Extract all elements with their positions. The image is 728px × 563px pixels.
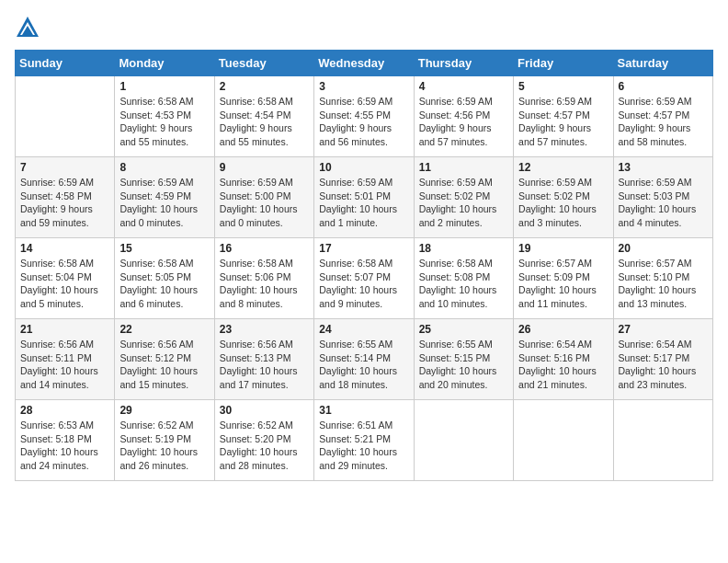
day-number: 12 <box>518 161 608 174</box>
day-number: 8 <box>119 161 209 174</box>
day-info: Sunrise: 6:54 AMSunset: 5:17 PMDaylight:… <box>619 338 708 392</box>
day-number: 3 <box>319 80 408 93</box>
day-number: 13 <box>619 161 708 174</box>
day-number: 11 <box>419 161 508 174</box>
day-number: 5 <box>518 80 608 93</box>
calendar-cell: 2Sunrise: 6:58 AMSunset: 4:54 PMDaylight… <box>214 76 313 157</box>
calendar-cell: 3Sunrise: 6:59 AMSunset: 4:55 PMDaylight… <box>314 76 414 157</box>
day-info: Sunrise: 6:52 AMSunset: 5:20 PMDaylight:… <box>220 419 309 473</box>
header-cell-friday: Friday <box>514 51 613 76</box>
calendar-cell: 19Sunrise: 6:57 AMSunset: 5:09 PMDayligh… <box>514 238 613 319</box>
day-number: 4 <box>419 80 508 93</box>
calendar-table: SundayMondayTuesdayWednesdayThursdayFrid… <box>15 50 713 481</box>
day-number: 20 <box>619 242 708 255</box>
calendar-cell: 11Sunrise: 6:59 AMSunset: 5:02 PMDayligh… <box>414 157 513 238</box>
header-row: SundayMondayTuesdayWednesdayThursdayFrid… <box>16 51 713 76</box>
calendar-header: SundayMondayTuesdayWednesdayThursdayFrid… <box>16 51 713 76</box>
day-info: Sunrise: 6:59 AMSunset: 5:02 PMDaylight:… <box>419 176 508 230</box>
day-number: 15 <box>119 242 209 255</box>
day-info: Sunrise: 6:58 AMSunset: 5:08 PMDaylight:… <box>419 257 508 311</box>
day-number: 30 <box>220 404 309 417</box>
calendar-cell <box>613 400 712 481</box>
day-number: 22 <box>119 323 209 336</box>
header-cell-monday: Monday <box>115 51 214 76</box>
week-row-5: 28Sunrise: 6:53 AMSunset: 5:18 PMDayligh… <box>16 400 713 481</box>
calendar-cell <box>16 76 115 157</box>
day-info: Sunrise: 6:57 AMSunset: 5:09 PMDaylight:… <box>518 257 608 311</box>
calendar-cell: 20Sunrise: 6:57 AMSunset: 5:10 PMDayligh… <box>613 238 712 319</box>
day-info: Sunrise: 6:56 AMSunset: 5:12 PMDaylight:… <box>119 338 209 392</box>
day-info: Sunrise: 6:59 AMSunset: 5:02 PMDaylight:… <box>518 176 608 230</box>
calendar-cell: 5Sunrise: 6:59 AMSunset: 4:57 PMDaylight… <box>514 76 613 157</box>
calendar-cell: 21Sunrise: 6:56 AMSunset: 5:11 PMDayligh… <box>16 319 115 400</box>
day-info: Sunrise: 6:51 AMSunset: 5:21 PMDaylight:… <box>319 419 408 473</box>
day-number: 29 <box>119 404 209 417</box>
day-number: 31 <box>319 404 408 417</box>
day-number: 24 <box>319 323 408 336</box>
day-info: Sunrise: 6:58 AMSunset: 4:53 PMDaylight:… <box>119 95 209 149</box>
header-cell-thursday: Thursday <box>414 51 513 76</box>
day-number: 9 <box>220 161 309 174</box>
calendar-cell: 6Sunrise: 6:59 AMSunset: 4:57 PMDaylight… <box>613 76 712 157</box>
day-info: Sunrise: 6:59 AMSunset: 4:57 PMDaylight:… <box>619 95 708 149</box>
calendar-cell <box>514 400 613 481</box>
day-info: Sunrise: 6:59 AMSunset: 5:00 PMDaylight:… <box>220 176 309 230</box>
day-number: 16 <box>220 242 309 255</box>
calendar-cell: 7Sunrise: 6:59 AMSunset: 4:58 PMDaylight… <box>16 157 115 238</box>
calendar-cell: 10Sunrise: 6:59 AMSunset: 5:01 PMDayligh… <box>314 157 414 238</box>
day-info: Sunrise: 6:59 AMSunset: 5:03 PMDaylight:… <box>619 176 708 230</box>
calendar-cell: 22Sunrise: 6:56 AMSunset: 5:12 PMDayligh… <box>115 319 214 400</box>
day-number: 2 <box>220 80 309 93</box>
day-number: 10 <box>319 161 408 174</box>
day-number: 21 <box>20 323 109 336</box>
day-number: 14 <box>20 242 109 255</box>
day-info: Sunrise: 6:55 AMSunset: 5:14 PMDaylight:… <box>319 338 408 392</box>
day-info: Sunrise: 6:58 AMSunset: 5:07 PMDaylight:… <box>319 257 408 311</box>
day-info: Sunrise: 6:56 AMSunset: 5:11 PMDaylight:… <box>20 338 109 392</box>
week-row-2: 7Sunrise: 6:59 AMSunset: 4:58 PMDaylight… <box>16 157 713 238</box>
day-info: Sunrise: 6:57 AMSunset: 5:10 PMDaylight:… <box>619 257 708 311</box>
week-row-4: 21Sunrise: 6:56 AMSunset: 5:11 PMDayligh… <box>16 319 713 400</box>
calendar-cell: 25Sunrise: 6:55 AMSunset: 5:15 PMDayligh… <box>414 319 513 400</box>
calendar-cell: 26Sunrise: 6:54 AMSunset: 5:16 PMDayligh… <box>514 319 613 400</box>
header-cell-tuesday: Tuesday <box>214 51 313 76</box>
day-info: Sunrise: 6:54 AMSunset: 5:16 PMDaylight:… <box>518 338 608 392</box>
day-number: 23 <box>220 323 309 336</box>
page-header <box>15 15 713 40</box>
calendar-cell: 28Sunrise: 6:53 AMSunset: 5:18 PMDayligh… <box>16 400 115 481</box>
day-info: Sunrise: 6:52 AMSunset: 5:19 PMDaylight:… <box>119 419 209 473</box>
day-info: Sunrise: 6:58 AMSunset: 5:06 PMDaylight:… <box>220 257 309 311</box>
day-info: Sunrise: 6:59 AMSunset: 4:57 PMDaylight:… <box>518 95 608 149</box>
calendar-cell: 18Sunrise: 6:58 AMSunset: 5:08 PMDayligh… <box>414 238 513 319</box>
day-info: Sunrise: 6:59 AMSunset: 5:01 PMDaylight:… <box>319 176 408 230</box>
day-number: 28 <box>20 404 109 417</box>
header-cell-wednesday: Wednesday <box>314 51 414 76</box>
calendar-cell: 16Sunrise: 6:58 AMSunset: 5:06 PMDayligh… <box>214 238 313 319</box>
day-number: 1 <box>119 80 209 93</box>
day-number: 18 <box>419 242 508 255</box>
day-info: Sunrise: 6:59 AMSunset: 4:55 PMDaylight:… <box>319 95 408 149</box>
day-info: Sunrise: 6:59 AMSunset: 4:56 PMDaylight:… <box>419 95 508 149</box>
calendar-cell: 14Sunrise: 6:58 AMSunset: 5:04 PMDayligh… <box>16 238 115 319</box>
day-number: 6 <box>619 80 708 93</box>
day-info: Sunrise: 6:55 AMSunset: 5:15 PMDaylight:… <box>419 338 508 392</box>
day-number: 19 <box>518 242 608 255</box>
logo <box>15 15 44 40</box>
calendar-cell: 15Sunrise: 6:58 AMSunset: 5:05 PMDayligh… <box>115 238 214 319</box>
logo-icon <box>15 15 40 40</box>
day-number: 7 <box>20 161 109 174</box>
header-cell-sunday: Sunday <box>16 51 115 76</box>
calendar-cell: 13Sunrise: 6:59 AMSunset: 5:03 PMDayligh… <box>613 157 712 238</box>
day-info: Sunrise: 6:53 AMSunset: 5:18 PMDaylight:… <box>20 419 109 473</box>
day-number: 17 <box>319 242 408 255</box>
day-info: Sunrise: 6:58 AMSunset: 4:54 PMDaylight:… <box>220 95 309 149</box>
day-number: 25 <box>419 323 508 336</box>
day-info: Sunrise: 6:56 AMSunset: 5:13 PMDaylight:… <box>220 338 309 392</box>
calendar-cell <box>414 400 513 481</box>
day-info: Sunrise: 6:58 AMSunset: 5:04 PMDaylight:… <box>20 257 109 311</box>
calendar-cell: 30Sunrise: 6:52 AMSunset: 5:20 PMDayligh… <box>214 400 313 481</box>
day-info: Sunrise: 6:58 AMSunset: 5:05 PMDaylight:… <box>119 257 209 311</box>
calendar-cell: 27Sunrise: 6:54 AMSunset: 5:17 PMDayligh… <box>613 319 712 400</box>
calendar-cell: 29Sunrise: 6:52 AMSunset: 5:19 PMDayligh… <box>115 400 214 481</box>
calendar-body: 1Sunrise: 6:58 AMSunset: 4:53 PMDaylight… <box>16 76 713 481</box>
